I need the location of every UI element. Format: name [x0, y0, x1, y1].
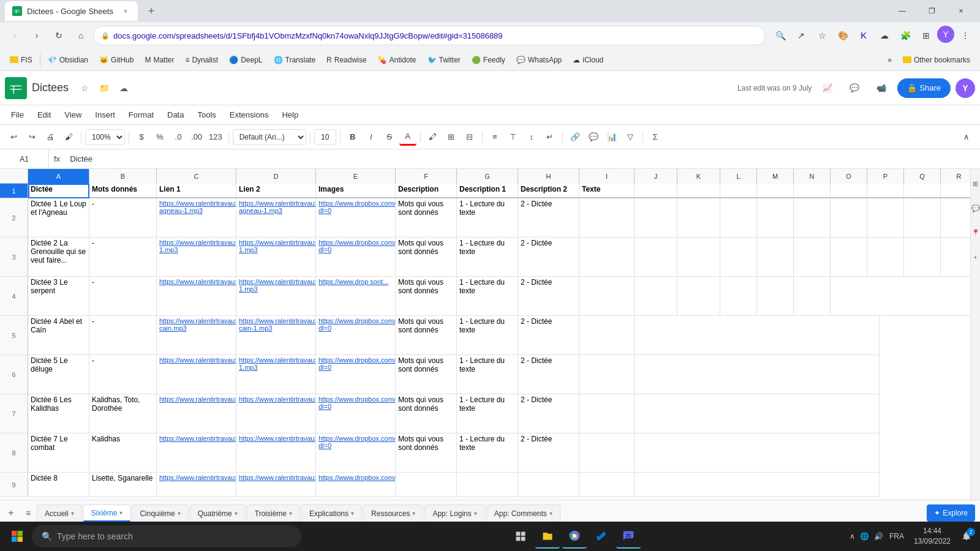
cell-M1[interactable]	[757, 184, 794, 198]
text-wrap-button[interactable]: ↵	[541, 129, 559, 146]
sidebar-maps[interactable]: 📍	[971, 223, 981, 242]
sheet-tab-comments[interactable]: App: Comments ▾	[486, 504, 560, 522]
vscode-button[interactable]	[589, 524, 614, 549]
cell-E6[interactable]: https://www.dropbox.com/s/xcx3o39krne6x0…	[316, 355, 396, 394]
cell-F1[interactable]: Description	[396, 184, 457, 198]
cell-I4[interactable]	[579, 277, 635, 316]
menu-extensions[interactable]: Extensions	[224, 108, 275, 122]
row-num-1[interactable]: 1	[0, 184, 28, 198]
cell-rest9[interactable]	[635, 473, 880, 497]
cell-I6[interactable]	[579, 355, 635, 394]
formula-input[interactable]: Dictée	[65, 154, 980, 163]
cell-J4[interactable]	[635, 277, 677, 316]
col-header-G[interactable]: G	[457, 169, 518, 184]
print-button[interactable]: 🖨	[42, 129, 59, 146]
cell-O1[interactable]	[831, 184, 867, 198]
cell-E4[interactable]: https://www.drop sont...	[316, 277, 396, 316]
cell-E7[interactable]: https://www.dropbox.com/s/f6z3ayd7om9tn6…	[316, 394, 396, 433]
percent-button[interactable]: %	[151, 129, 168, 146]
star-button[interactable]: ☆	[76, 80, 93, 97]
cell-I2[interactable]	[579, 198, 635, 238]
cell-rest5[interactable]	[635, 316, 880, 355]
cell-D6[interactable]: https://www.ralentirtravaux.com/lettres/…	[236, 355, 316, 394]
more-options-btn[interactable]: ⋮	[956, 26, 975, 45]
cell-G3[interactable]: 1 - Lecture du texte	[457, 238, 518, 277]
tray-arrow[interactable]: ∧	[848, 531, 856, 542]
sidebar-toggle[interactable]: ⊞	[971, 174, 981, 193]
cell-J2[interactable]	[635, 198, 677, 238]
share-button[interactable]: 🔒 Share	[897, 78, 951, 98]
cell-H5[interactable]: 2 - Dictée	[518, 316, 579, 355]
cell-D5[interactable]: https://www.ralentirtravaux.com/www/lett…	[236, 316, 316, 355]
cell-F8[interactable]: Mots qui vous sont donnés	[396, 433, 457, 473]
menu-insert[interactable]: Insert	[89, 108, 121, 122]
bookmark-feedly[interactable]: 🟢 Feedly	[467, 53, 510, 67]
menu-tools[interactable]: Tools	[191, 108, 222, 122]
color-icon-btn[interactable]: 🎨	[833, 26, 853, 45]
drive-icon-btn[interactable]: ☁	[875, 26, 894, 45]
k-icon-btn[interactable]: K	[854, 26, 873, 45]
cell-A1[interactable]: Dictée	[28, 184, 89, 198]
minimize-button[interactable]: —	[888, 1, 916, 21]
home-button[interactable]: ⌂	[71, 26, 91, 45]
bookmark-obsidian[interactable]: 💎 Obsidian	[43, 53, 93, 67]
cell-E9[interactable]: https://www.dropbox.com/s/nafaudi46ydaxp…	[316, 473, 396, 497]
cell-B8[interactable]: Kalidhas	[89, 433, 157, 473]
grid-scroll-area[interactable]: 1 2 3 4 5 6 7 8 9	[0, 184, 970, 500]
chart-button[interactable]: 📊	[603, 129, 620, 146]
cell-H3[interactable]: 2 - Dictée	[518, 238, 579, 277]
cell-H4[interactable]: 2 - Dictée	[518, 277, 579, 316]
cell-L2[interactable]	[720, 198, 757, 238]
cell-E2[interactable]: https://www.dropbox.com/s/yywhi65w7yfbf5…	[316, 198, 396, 238]
sheet-tab-accueil[interactable]: Accueil ▾	[37, 504, 82, 522]
cell-G2[interactable]: 1 - Lecture du texte	[457, 198, 518, 238]
extension-icon-btn[interactable]: 🧩	[895, 26, 915, 45]
bookmark-icloud[interactable]: ☁ iCloud	[568, 53, 608, 67]
cell-reference[interactable]: A1	[0, 149, 49, 168]
forward-button[interactable]: ›	[27, 26, 47, 45]
cell-F9[interactable]	[396, 473, 457, 497]
col-header-A[interactable]: A	[28, 169, 89, 184]
sheet-menu-button[interactable]: ≡	[20, 504, 37, 522]
cell-Q3[interactable]	[904, 238, 941, 277]
comment-button[interactable]: 💬	[843, 80, 865, 97]
menu-data[interactable]: Data	[161, 108, 190, 122]
cell-F3[interactable]: Mots qui vous sont donnés	[396, 238, 457, 277]
cell-A3[interactable]: Dictée 2 La Grenouille qui se veut faire…	[28, 238, 89, 277]
notification-area[interactable]: 2	[958, 528, 975, 545]
cell-H7[interactable]: 2 - Dictée	[518, 394, 579, 433]
cell-R3[interactable]	[941, 238, 970, 277]
zoom-select[interactable]: 100%	[85, 129, 125, 145]
share-icon-btn[interactable]: ↗	[791, 26, 811, 45]
cell-K3[interactable]	[677, 238, 720, 277]
link-button[interactable]: 🔗	[567, 129, 584, 146]
cell-G5[interactable]: 1 - Lecture du texte	[457, 316, 518, 355]
cell-rest8[interactable]	[635, 433, 880, 473]
filter-button[interactable]: ▽	[622, 129, 639, 146]
cell-D7[interactable]: https://www.ralentirtravaux.com/lettres/…	[236, 394, 316, 433]
align-h-button[interactable]: ≡	[486, 129, 503, 146]
font-size-input[interactable]	[314, 129, 336, 145]
col-header-R[interactable]: R	[941, 169, 970, 184]
paint-format-button[interactable]: 🖌	[60, 129, 77, 146]
cell-I5[interactable]	[579, 316, 635, 355]
cell-Q1[interactable]	[904, 184, 941, 198]
cell-F6[interactable]: Mots qui vous sont donnés	[396, 355, 457, 394]
cell-O2[interactable]	[831, 198, 867, 238]
col-header-F[interactable]: F	[396, 169, 457, 184]
cell-B3[interactable]: -	[89, 238, 157, 277]
user-avatar[interactable]: Y	[956, 78, 975, 98]
language-indicator[interactable]: FRA	[887, 532, 907, 541]
add-sheet-button[interactable]: +	[2, 504, 20, 522]
col-header-I[interactable]: I	[579, 169, 635, 184]
sheet-tab-logins[interactable]: App: Logins ▾	[424, 504, 484, 522]
sheet-tab-ressources[interactable]: Ressources ▾	[363, 504, 423, 522]
cell-I7[interactable]	[579, 394, 635, 433]
bookmark-fis[interactable]: FIS	[5, 53, 37, 67]
cell-L1[interactable]	[720, 184, 757, 198]
bookmark-deepl[interactable]: 🔵 DeepL	[224, 53, 267, 67]
bookmark-readwise[interactable]: R Readwise	[322, 53, 371, 67]
cell-H9[interactable]	[518, 473, 579, 497]
cell-F5[interactable]: Mots qui vous sont donnés	[396, 316, 457, 355]
col-header-E[interactable]: E	[316, 169, 396, 184]
